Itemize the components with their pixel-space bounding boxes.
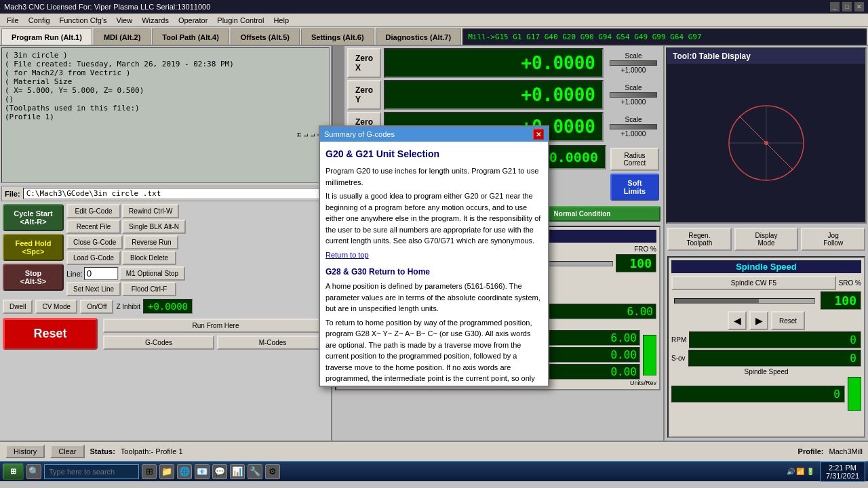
gcode-line: ( Material Size (5, 77, 326, 86)
y-dro-display: +0.0000 (384, 80, 604, 110)
zero-y-button[interactable]: ZeroY (347, 80, 381, 110)
sro-controls: ◀ ▶ Reset (671, 311, 861, 330)
left-buttons-row1: Cycle Start<Alt-R> Feed Hold<Spc> Stop<A… (0, 203, 331, 298)
tab-diagnostics[interactable]: Diagnostics (Alt.7) (376, 28, 462, 45)
profile-value: Mach3Mill (829, 447, 863, 455)
gcode-link1[interactable]: Return to top (326, 251, 369, 259)
gcode-active-codes: Mill->G15 G1 G17 G40 G20 G90 G94 G54 G49… (462, 28, 867, 45)
jog-follow-button[interactable]: JogFollow (801, 228, 865, 251)
rewind-button[interactable]: Rewind Ctrl-W (122, 204, 179, 218)
menu-config[interactable]: Config (24, 15, 54, 26)
reset-button[interactable]: Reset (3, 318, 98, 350)
menubar: File Config Function Cfg's View Wizards … (0, 14, 868, 27)
dwell-button[interactable]: Dwell (3, 300, 33, 314)
gcode-line: (Toolpaths used in this file:) (5, 104, 326, 113)
spindle-cw-button[interactable]: Spindle CW F5 (671, 276, 836, 290)
regen-toolpath-button[interactable]: Regen.Toolpath (667, 228, 732, 251)
line-input[interactable] (84, 267, 118, 280)
taskbar-chat-icon[interactable]: 💬 (212, 464, 227, 479)
on-off-button[interactable]: On/Off (80, 300, 113, 314)
close-gcode-button[interactable]: Close G-Code (66, 235, 123, 249)
y-scale-bar (610, 92, 657, 98)
tab-settings[interactable]: Settings (Alt.6) (301, 28, 374, 45)
status-value: Toolpath:- Profile 1 (121, 447, 793, 455)
menu-view[interactable]: View (113, 15, 137, 26)
dro-side-buttons: RadiusCorrect SoftLimits (609, 145, 660, 203)
taskbar-app-icon[interactable]: ⚙ (265, 464, 280, 479)
taskbar-excel-icon[interactable]: 📊 (230, 464, 245, 479)
soft-limits-button[interactable]: SoftLimits (610, 174, 659, 201)
sro-reset-button[interactable]: Reset (771, 311, 805, 330)
svg-point-4 (764, 141, 768, 145)
gcode-h2-1: G20 & G21 Unit Selection (326, 147, 542, 161)
gcode-line: (Profile 1) (5, 113, 326, 121)
clear-button[interactable]: Clear (50, 445, 84, 458)
tool-action-btns: Regen.Toolpath DisplayMode JogFollow (665, 225, 868, 253)
tab-mdi[interactable]: MDI (Alt.2) (94, 28, 151, 45)
sro-label: SRO % (839, 279, 861, 287)
taskbar-windows-icon[interactable]: ⊞ (142, 464, 157, 479)
spindle-bar (848, 377, 861, 411)
flood-ctrlf-button[interactable]: Flood Ctrl-F (122, 282, 176, 296)
taskbar-mail-icon[interactable]: 📧 (195, 464, 210, 479)
taskbar-tool-icon[interactable]: 🔧 (248, 464, 262, 479)
z-scale-label: Scale (625, 116, 642, 123)
stop-button[interactable]: Stop<Alt-S> (3, 264, 64, 291)
display-mode-button[interactable]: DisplayMode (734, 228, 799, 251)
menu-file[interactable]: File (3, 15, 23, 26)
tab-offsets[interactable]: Offsets (Alt.5) (231, 28, 300, 45)
edit-gcode-button[interactable]: Edit G-Code (66, 204, 121, 218)
gcode-line: ( 3in circle ) (5, 51, 326, 60)
menu-plugincontrol[interactable]: Plugin Control (213, 15, 268, 26)
rpm-label: RPM (671, 336, 686, 344)
mcodes-button[interactable]: M-Codes (217, 336, 328, 350)
run-from-here-button[interactable]: Run From Here (103, 319, 328, 333)
gcodes-button[interactable]: G-Codes (103, 336, 214, 350)
recent-file-button[interactable]: Recent File (66, 220, 121, 234)
rpm-row: RPM 0 (671, 331, 861, 348)
history-button[interactable]: History (5, 445, 45, 458)
cv-mode-button[interactable]: CV Mode (35, 300, 77, 314)
radius-correct-button[interactable]: RadiusCorrect (610, 148, 659, 171)
cycle-start-button[interactable]: Cycle Start<Alt-R> (3, 204, 64, 231)
spindle-cw-row: Spindle CW F5 SRO % (671, 276, 861, 290)
taskbar-search-input[interactable] (44, 464, 139, 479)
minimize-btn[interactable]: _ (830, 2, 840, 12)
menu-functioncfg[interactable]: Function Cfg's (56, 15, 111, 26)
reverse-run-button[interactable]: Reverse Run (124, 235, 178, 249)
taskbar-folder-icon[interactable]: 📁 (159, 464, 174, 479)
taskbar-browser-icon[interactable]: 🌐 (177, 464, 192, 479)
menu-wizards[interactable]: Wizards (138, 15, 173, 26)
zero-x-button[interactable]: ZeroX (347, 48, 381, 78)
set-next-line-button[interactable]: Set Next Line (66, 282, 121, 296)
gcode-p4: To return to home position by way of the… (326, 317, 542, 386)
block-delete-button[interactable]: Block Delete (122, 251, 176, 265)
rpm-value: 0 (689, 331, 861, 348)
menu-operator[interactable]: Operator (174, 15, 212, 26)
gcode-dialog-close-button[interactable]: ✕ (533, 129, 544, 140)
load-gcode-button[interactable]: Load G-Code (66, 251, 121, 265)
file-path: C:\Mach3\GCode\3in circle .txt (23, 188, 326, 199)
tab-program-run[interactable]: Program Run (Alt.1) (1, 28, 92, 45)
sro-decrease-button[interactable]: ◀ (728, 311, 747, 330)
file-label: File: (5, 190, 20, 198)
y-scale-val: +1.0000 (621, 98, 646, 106)
sro-increase-button[interactable]: ▶ (749, 311, 768, 330)
search-icon[interactable]: 🔍 (26, 464, 41, 479)
titlebar-title: Mach3 CNC Licensed For: Viper Plasma LLC… (4, 3, 210, 11)
z-scale-val: +1.0000 (621, 130, 646, 138)
gcode-line: ( for Mach2/3 from Vectric ) (5, 68, 326, 77)
feed-hold-button[interactable]: Feed Hold<Spc> (3, 234, 64, 261)
maximize-btn[interactable]: □ (842, 2, 852, 12)
menu-help[interactable]: Help (269, 15, 293, 26)
gcode-dialog-titlebar: Summary of G-codes ✕ (320, 127, 548, 142)
m1-optional-button[interactable]: M1 Optional Stop (119, 266, 185, 281)
single-blk-button[interactable]: Single BLK Alt-N (122, 220, 186, 234)
titlebar: Mach3 CNC Licensed For: Viper Plasma LLC… (0, 0, 868, 14)
close-btn[interactable]: ✕ (854, 2, 864, 12)
sro-bar (674, 298, 815, 304)
tab-toolpath[interactable]: Tool Path (Alt.4) (152, 28, 229, 45)
tool-path-svg (698, 96, 834, 190)
statusbar: History Clear Status: Toolpath:- Profile… (0, 441, 868, 461)
start-button[interactable]: ⊞ (3, 464, 24, 480)
